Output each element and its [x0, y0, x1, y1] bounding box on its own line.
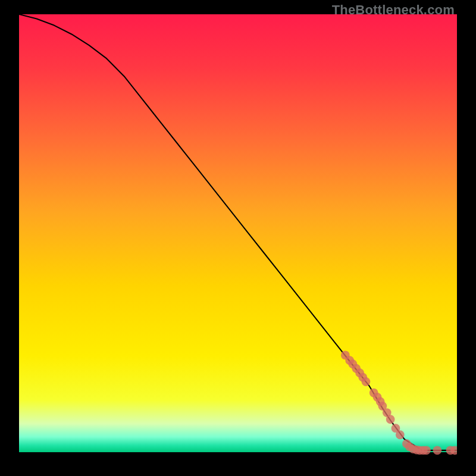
curve-markers	[341, 350, 457, 455]
curve-layer	[19, 14, 457, 457]
data-point	[396, 430, 405, 439]
data-point	[362, 377, 371, 386]
data-point	[433, 446, 442, 455]
plot-area	[19, 14, 457, 457]
chart-stage: TheBottleneck.com	[0, 0, 476, 476]
bottleneck-curve	[19, 14, 457, 450]
data-point	[386, 415, 395, 424]
data-point	[422, 446, 431, 455]
